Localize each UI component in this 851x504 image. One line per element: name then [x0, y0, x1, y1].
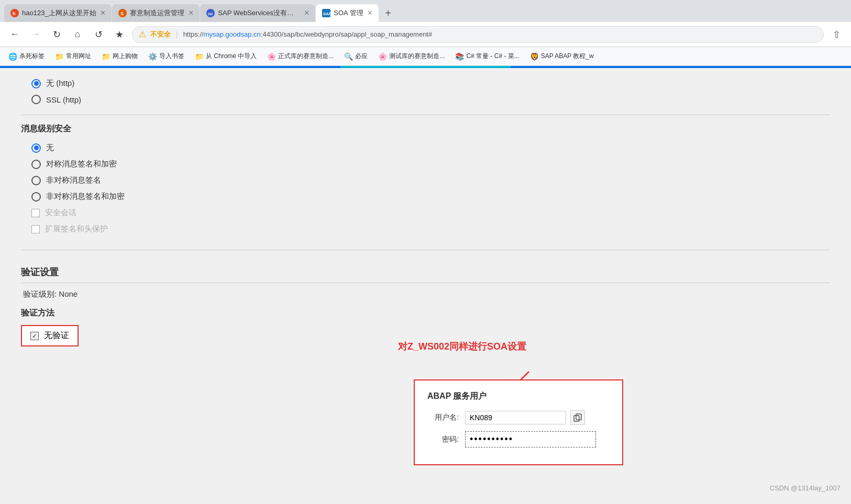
option-none[interactable]: 无	[31, 143, 830, 153]
tab-bar: h hao123_上网从这里开始 × S 赛意制造运营管理 × isl SAP …	[0, 0, 851, 22]
back-button[interactable]: ←	[6, 26, 23, 43]
tab-soa[interactable]: SAP SOA 管理 ×	[316, 4, 379, 22]
transport-options: 无 (http) SSL (http)	[31, 79, 830, 104]
verification-title: 验证设置	[21, 266, 830, 283]
tab-hao123[interactable]: h hao123_上网从这里开始 ×	[4, 4, 112, 22]
tab-close-1[interactable]: ×	[101, 8, 105, 18]
section-divider-2	[21, 250, 830, 250]
bookmark-icon-6: 🌸	[267, 52, 276, 61]
svg-text:isl: isl	[208, 12, 213, 16]
message-security-title: 消息级别安全	[21, 124, 830, 135]
bookmark-star-button[interactable]: ★	[111, 26, 128, 43]
bookmark-bing[interactable]: 🔍 必应	[340, 50, 372, 63]
bookmark-icon-2: 📁	[55, 52, 64, 61]
address-bar: ← → ↻ ⌂ ↺ ★ ⚠ 不安全 | https://mysap.goodsa…	[0, 22, 851, 47]
radio-asymmetric-sign[interactable]	[31, 176, 41, 185]
option-secure-session: 安全会话	[31, 208, 830, 218]
tab-saiyi[interactable]: S 赛意制造运营管理 ×	[112, 4, 200, 22]
bookmark-csharp[interactable]: 📚 C# 常量 - C# - 菜...	[451, 50, 523, 63]
annotation-text: 对Z_WS002同样进行SOA设置	[398, 340, 526, 353]
bookmark-shopping[interactable]: 📁 网上购物	[97, 50, 142, 63]
verification-section: 验证设置 验证级别: None 验证方法 ✓ 无验证	[21, 266, 830, 346]
csdn-watermark: CSDN @1314lay_1007	[770, 484, 841, 492]
message-security-options: 无 对称消息签名和加密 非对称消息签名 非对称消息签名和加密 安全会话 扩展签名…	[31, 143, 830, 234]
checkbox-extended-sign[interactable]	[31, 225, 40, 233]
bookmark-sap-abap[interactable]: 🦁 SAP ABAP 教程_w	[526, 50, 598, 63]
abap-password-field: 密码:	[427, 431, 610, 447]
svg-text:SAP: SAP	[323, 12, 330, 16]
radio-symmetric[interactable]	[31, 160, 41, 169]
auth-label: 无验证	[44, 330, 69, 341]
abap-panel-title: ABAP 服务用户	[427, 391, 610, 402]
url-warning-text: 不安全	[150, 30, 171, 39]
verification-level: 验证级别: None	[23, 289, 830, 299]
option-asymmetric-sign[interactable]: 非对称消息签名	[31, 175, 830, 185]
abap-username-label: 用户名:	[427, 413, 459, 422]
svg-text:S: S	[120, 11, 124, 16]
radio-no-http[interactable]	[31, 79, 41, 88]
tab-close-3[interactable]: ×	[304, 8, 309, 18]
bookmark-icon-7: 🔍	[344, 52, 353, 61]
bookmark-icon-3: 📁	[102, 52, 110, 61]
abap-password-label: 密码:	[427, 435, 459, 444]
section-divider-1	[21, 115, 830, 115]
bookmark-production[interactable]: 🌸 正式库的赛意制造...	[263, 50, 338, 63]
new-tab-button[interactable]: +	[379, 4, 397, 22]
auth-checkbox-container[interactable]: ✓ 无验证	[21, 325, 79, 346]
home-button[interactable]: ⌂	[69, 26, 86, 43]
option-symmetric[interactable]: 对称消息签名和加密	[31, 159, 830, 169]
bookmark-icon-4: ⚙️	[148, 52, 157, 61]
bookmark-kill-tabs[interactable]: 🌐 杀死标签	[4, 50, 49, 63]
tab-favicon-4: SAP	[322, 9, 330, 17]
bookmark-icon-10: 🦁	[530, 52, 539, 61]
bookmark-icon-8: 🌸	[378, 52, 387, 61]
checkbox-secure-session[interactable]	[31, 209, 40, 217]
abap-username-field: 用户名:	[427, 410, 610, 425]
abap-panel: ABAP 服务用户 用户名: 密码:	[414, 379, 623, 465]
message-security-section: 消息级别安全 无 对称消息签名和加密 非对称消息签名 非对称消息签名和加密 安全…	[21, 124, 830, 234]
browser-chrome: h hao123_上网从这里开始 × S 赛意制造运营管理 × isl SAP …	[0, 0, 851, 68]
radio-none[interactable]	[31, 143, 41, 153]
security-warning-icon: ⚠	[139, 29, 146, 39]
svg-text:h: h	[13, 11, 16, 16]
page-content: 无 (http) SSL (http) 消息级别安全 无 对称消息签名和加密 非…	[0, 68, 851, 497]
tab-close-4[interactable]: ×	[368, 8, 372, 18]
url-bar[interactable]: ⚠ 不安全 | https://mysap.goodsap.cn:44300/s…	[132, 26, 824, 43]
bookmark-icon-1: 🌐	[8, 52, 17, 61]
radio-asymmetric-sign-encrypt[interactable]	[31, 192, 41, 201]
option-extended-sign: 扩展签名和头保护	[31, 224, 830, 234]
tab-sap-webservices[interactable]: isl SAP WebServices没有响应值_百... ×	[200, 4, 315, 22]
bookmark-icon-5: 📁	[195, 52, 204, 61]
bookmark-icon-9: 📚	[455, 52, 464, 61]
bookmark-chrome-import[interactable]: 📁 从 Chrome 中导入	[191, 50, 261, 63]
option-no-http[interactable]: 无 (http)	[31, 79, 830, 88]
option-ssl-http[interactable]: SSL (http)	[31, 95, 830, 104]
verification-method-title: 验证方法	[21, 308, 830, 319]
abap-copy-button[interactable]	[570, 410, 585, 425]
forward-button[interactable]: →	[27, 26, 44, 43]
tab-favicon-3: isl	[206, 9, 215, 17]
tab-close-2[interactable]: ×	[189, 8, 193, 18]
abap-username-input[interactable]	[465, 411, 566, 424]
tab-favicon-1: h	[10, 9, 19, 17]
bookmarks-bar: 🌐 杀死标签 📁 常用网址 📁 网上购物 ⚙️ 导入书签 📁 从 Chrome …	[0, 47, 851, 66]
svg-rect-10	[574, 416, 579, 421]
bookmark-test[interactable]: 🌸 测试库的赛意制造...	[374, 50, 449, 63]
share-button[interactable]: ⇧	[828, 26, 845, 43]
option-asymmetric-sign-encrypt[interactable]: 非对称消息签名和加密	[31, 192, 830, 201]
bookmark-import[interactable]: ⚙️ 导入书签	[144, 50, 189, 63]
abap-password-input[interactable]	[465, 431, 596, 447]
history-back-button[interactable]: ↺	[90, 26, 107, 43]
bookmark-common-sites[interactable]: 📁 常用网址	[51, 50, 95, 63]
url-text: https://mysap.goodsap.cn:44300/sap/bc/we…	[183, 30, 433, 38]
tab-favicon-2: S	[118, 9, 127, 17]
radio-ssl-http[interactable]	[31, 95, 41, 104]
svg-rect-11	[576, 414, 581, 420]
auth-checkbox[interactable]: ✓	[30, 332, 39, 340]
reload-button[interactable]: ↻	[48, 26, 65, 43]
